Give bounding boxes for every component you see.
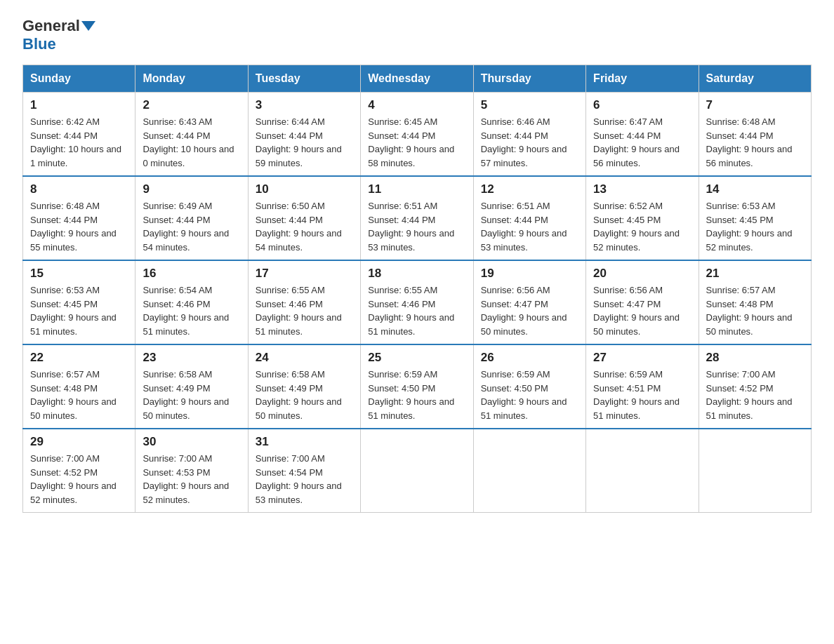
calendar-cell: 7 Sunrise: 6:48 AMSunset: 4:44 PMDayligh… xyxy=(699,93,811,177)
calendar-table: SundayMondayTuesdayWednesdayThursdayFrid… xyxy=(22,65,812,513)
day-info: Sunrise: 6:48 AMSunset: 4:44 PMDaylight:… xyxy=(30,201,117,253)
calendar-cell: 26 Sunrise: 6:59 AMSunset: 4:50 PMDaylig… xyxy=(473,344,585,429)
day-number: 4 xyxy=(368,98,465,112)
calendar-cell: 11 Sunrise: 6:51 AMSunset: 4:44 PMDaylig… xyxy=(361,176,473,260)
day-number: 26 xyxy=(481,351,578,365)
day-number: 8 xyxy=(30,182,128,196)
page-header: General Blue xyxy=(22,17,812,53)
calendar-day-header: Tuesday xyxy=(248,65,360,93)
calendar-day-header: Thursday xyxy=(473,65,585,93)
calendar-cell: 27 Sunrise: 6:59 AMSunset: 4:51 PMDaylig… xyxy=(586,344,699,429)
day-number: 11 xyxy=(368,182,465,196)
day-info: Sunrise: 6:56 AMSunset: 4:47 PMDaylight:… xyxy=(593,285,680,337)
day-info: Sunrise: 6:55 AMSunset: 4:46 PMDaylight:… xyxy=(368,285,454,337)
calendar-day-header: Sunday xyxy=(23,65,135,93)
day-number: 18 xyxy=(368,267,465,281)
calendar-cell: 10 Sunrise: 6:50 AMSunset: 4:44 PMDaylig… xyxy=(248,176,360,260)
logo: General Blue xyxy=(22,17,97,53)
calendar-cell: 23 Sunrise: 6:58 AMSunset: 4:49 PMDaylig… xyxy=(135,344,248,429)
day-number: 7 xyxy=(706,98,804,112)
calendar-cell: 29 Sunrise: 7:00 AMSunset: 4:52 PMDaylig… xyxy=(23,429,135,513)
calendar-cell: 19 Sunrise: 6:56 AMSunset: 4:47 PMDaylig… xyxy=(473,260,585,344)
day-info: Sunrise: 6:49 AMSunset: 4:44 PMDaylight:… xyxy=(143,201,229,253)
calendar-week-row: 29 Sunrise: 7:00 AMSunset: 4:52 PMDaylig… xyxy=(23,429,812,513)
logo-arrow-icon xyxy=(81,21,95,31)
day-info: Sunrise: 6:55 AMSunset: 4:46 PMDaylight:… xyxy=(256,285,342,337)
calendar-day-header: Friday xyxy=(586,65,699,93)
day-number: 27 xyxy=(593,351,691,365)
day-number: 28 xyxy=(706,351,804,365)
day-number: 6 xyxy=(593,98,691,112)
calendar-cell: 28 Sunrise: 7:00 AMSunset: 4:52 PMDaylig… xyxy=(699,344,811,429)
day-number: 2 xyxy=(143,98,240,112)
calendar-cell: 4 Sunrise: 6:45 AMSunset: 4:44 PMDayligh… xyxy=(361,93,473,177)
day-info: Sunrise: 6:52 AMSunset: 4:45 PMDaylight:… xyxy=(593,201,680,253)
day-info: Sunrise: 6:47 AMSunset: 4:44 PMDaylight:… xyxy=(593,116,680,168)
day-number: 20 xyxy=(593,267,691,281)
calendar-cell: 2 Sunrise: 6:43 AMSunset: 4:44 PMDayligh… xyxy=(135,93,248,177)
calendar-cell: 25 Sunrise: 6:59 AMSunset: 4:50 PMDaylig… xyxy=(361,344,473,429)
day-number: 12 xyxy=(481,182,578,196)
day-info: Sunrise: 6:53 AMSunset: 4:45 PMDaylight:… xyxy=(706,201,793,253)
calendar-cell: 9 Sunrise: 6:49 AMSunset: 4:44 PMDayligh… xyxy=(135,176,248,260)
day-number: 16 xyxy=(143,267,240,281)
day-info: Sunrise: 6:51 AMSunset: 4:44 PMDaylight:… xyxy=(368,201,454,253)
calendar-cell: 31 Sunrise: 7:00 AMSunset: 4:54 PMDaylig… xyxy=(248,429,360,513)
day-number: 3 xyxy=(256,98,353,112)
day-info: Sunrise: 6:58 AMSunset: 4:49 PMDaylight:… xyxy=(143,369,229,421)
day-info: Sunrise: 6:59 AMSunset: 4:50 PMDaylight:… xyxy=(368,369,454,421)
calendar-cell: 5 Sunrise: 6:46 AMSunset: 4:44 PMDayligh… xyxy=(473,93,585,177)
calendar-cell: 18 Sunrise: 6:55 AMSunset: 4:46 PMDaylig… xyxy=(361,260,473,344)
day-number: 15 xyxy=(30,267,128,281)
day-number: 14 xyxy=(706,182,804,196)
calendar-cell: 12 Sunrise: 6:51 AMSunset: 4:44 PMDaylig… xyxy=(473,176,585,260)
day-number: 23 xyxy=(143,351,240,365)
calendar-cell: 16 Sunrise: 6:54 AMSunset: 4:46 PMDaylig… xyxy=(135,260,248,344)
day-info: Sunrise: 7:00 AMSunset: 4:52 PMDaylight:… xyxy=(30,453,117,505)
calendar-cell: 8 Sunrise: 6:48 AMSunset: 4:44 PMDayligh… xyxy=(23,176,135,260)
day-info: Sunrise: 6:46 AMSunset: 4:44 PMDaylight:… xyxy=(481,116,567,168)
day-info: Sunrise: 6:54 AMSunset: 4:46 PMDaylight:… xyxy=(143,285,229,337)
day-number: 13 xyxy=(593,182,691,196)
day-info: Sunrise: 6:42 AMSunset: 4:44 PMDaylight:… xyxy=(30,116,121,168)
logo-general-text: General xyxy=(22,17,80,35)
calendar-cell: 15 Sunrise: 6:53 AMSunset: 4:45 PMDaylig… xyxy=(23,260,135,344)
calendar-cell: 20 Sunrise: 6:56 AMSunset: 4:47 PMDaylig… xyxy=(586,260,699,344)
calendar-cell: 14 Sunrise: 6:53 AMSunset: 4:45 PMDaylig… xyxy=(699,176,811,260)
calendar-header-row: SundayMondayTuesdayWednesdayThursdayFrid… xyxy=(23,65,812,93)
day-info: Sunrise: 7:00 AMSunset: 4:52 PMDaylight:… xyxy=(706,369,793,421)
day-info: Sunrise: 6:59 AMSunset: 4:51 PMDaylight:… xyxy=(593,369,680,421)
day-info: Sunrise: 7:00 AMSunset: 4:53 PMDaylight:… xyxy=(143,453,229,505)
day-info: Sunrise: 6:53 AMSunset: 4:45 PMDaylight:… xyxy=(30,285,117,337)
logo-blue-text: Blue xyxy=(22,35,56,53)
calendar-cell: 21 Sunrise: 6:57 AMSunset: 4:48 PMDaylig… xyxy=(699,260,811,344)
day-info: Sunrise: 6:57 AMSunset: 4:48 PMDaylight:… xyxy=(30,369,117,421)
calendar-cell: 17 Sunrise: 6:55 AMSunset: 4:46 PMDaylig… xyxy=(248,260,360,344)
calendar-day-header: Wednesday xyxy=(361,65,473,93)
day-info: Sunrise: 6:48 AMSunset: 4:44 PMDaylight:… xyxy=(706,116,793,168)
calendar-day-header: Saturday xyxy=(699,65,811,93)
day-number: 29 xyxy=(30,435,128,449)
day-number: 19 xyxy=(481,267,578,281)
calendar-day-header: Monday xyxy=(135,65,248,93)
calendar-cell: 6 Sunrise: 6:47 AMSunset: 4:44 PMDayligh… xyxy=(586,93,699,177)
day-info: Sunrise: 6:44 AMSunset: 4:44 PMDaylight:… xyxy=(256,116,342,168)
day-number: 22 xyxy=(30,351,128,365)
calendar-week-row: 22 Sunrise: 6:57 AMSunset: 4:48 PMDaylig… xyxy=(23,344,812,429)
day-number: 30 xyxy=(143,435,240,449)
calendar-cell: 22 Sunrise: 6:57 AMSunset: 4:48 PMDaylig… xyxy=(23,344,135,429)
calendar-cell xyxy=(586,429,699,513)
day-info: Sunrise: 6:56 AMSunset: 4:47 PMDaylight:… xyxy=(481,285,567,337)
calendar-cell: 30 Sunrise: 7:00 AMSunset: 4:53 PMDaylig… xyxy=(135,429,248,513)
day-info: Sunrise: 7:00 AMSunset: 4:54 PMDaylight:… xyxy=(256,453,342,505)
day-info: Sunrise: 6:51 AMSunset: 4:44 PMDaylight:… xyxy=(481,201,567,253)
calendar-week-row: 8 Sunrise: 6:48 AMSunset: 4:44 PMDayligh… xyxy=(23,176,812,260)
day-number: 31 xyxy=(256,435,353,449)
day-number: 21 xyxy=(706,267,804,281)
calendar-cell: 13 Sunrise: 6:52 AMSunset: 4:45 PMDaylig… xyxy=(586,176,699,260)
day-number: 5 xyxy=(481,98,578,112)
day-number: 10 xyxy=(256,182,353,196)
day-number: 9 xyxy=(143,182,240,196)
day-number: 17 xyxy=(256,267,353,281)
calendar-week-row: 15 Sunrise: 6:53 AMSunset: 4:45 PMDaylig… xyxy=(23,260,812,344)
